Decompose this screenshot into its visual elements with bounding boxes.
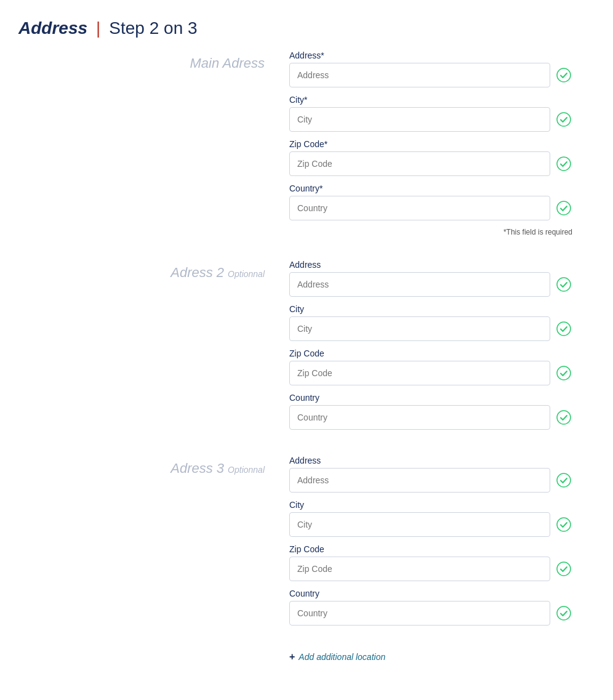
section-label-address3: Adress 3Optionnal	[18, 456, 289, 477]
field-row-address3-1	[289, 512, 572, 537]
field-label-address2-1: City	[289, 304, 572, 314]
field-label-main-1: City*	[289, 95, 572, 105]
input-main-0[interactable]	[289, 63, 550, 87]
input-address2-0[interactable]	[289, 272, 550, 297]
input-address2-3[interactable]	[289, 405, 550, 430]
field-label-main-0: Address*	[289, 50, 572, 60]
field-row-address3-3	[289, 601, 572, 626]
input-address3-2[interactable]	[289, 557, 550, 581]
valid-icon	[555, 364, 572, 382]
field-label-address2-3: Country	[289, 393, 572, 403]
svg-point-3	[557, 201, 571, 215]
input-address3-0[interactable]	[289, 468, 550, 493]
field-group-address3-1: City	[289, 500, 572, 537]
section-label-address2: Adress 2Optionnal	[18, 260, 289, 281]
add-additional-location-button[interactable]: + Add additional location	[289, 651, 595, 662]
main-address-label: Main Adress	[190, 55, 265, 71]
section-main: Main AdressAddress* City* Zip Code* Coun…	[18, 50, 595, 241]
field-group-main-2: Zip Code*	[289, 139, 572, 176]
optional-tag-address3: Optionnal	[228, 465, 265, 475]
svg-point-4	[557, 278, 571, 291]
field-row-main-2	[289, 151, 572, 176]
svg-point-11	[557, 606, 571, 620]
fields-block-address3: Address City Zip Code Country	[289, 456, 572, 633]
section-label-text-address2: Adress 2	[170, 265, 224, 280]
field-group-address2-3: Country	[289, 393, 572, 430]
input-address3-1[interactable]	[289, 512, 550, 537]
input-main-1[interactable]	[289, 107, 550, 132]
field-group-address2-2: Zip Code	[289, 348, 572, 385]
field-group-main-0: Address*	[289, 50, 572, 87]
field-group-address2-1: City	[289, 304, 572, 341]
valid-icon	[555, 409, 572, 426]
section-address3: Adress 3OptionnalAddress City Zip Code C…	[18, 456, 595, 633]
svg-point-7	[557, 411, 571, 424]
svg-point-1	[557, 113, 571, 126]
required-note: *This field is required	[289, 228, 572, 236]
valid-icon	[555, 111, 572, 128]
field-group-address2-0: Address	[289, 260, 572, 297]
header-address: Address	[18, 18, 87, 38]
svg-point-8	[557, 473, 571, 487]
field-label-main-2: Zip Code*	[289, 139, 572, 149]
form-container: Main AdressAddress* City* Zip Code* Coun…	[0, 50, 613, 662]
valid-icon	[555, 276, 572, 293]
field-group-address3-3: Country	[289, 589, 572, 626]
page-header: Address | Step 2 on 3	[0, 0, 613, 50]
valid-icon	[555, 560, 572, 577]
valid-icon	[555, 155, 572, 172]
field-label-address3-0: Address	[289, 456, 572, 465]
svg-point-9	[557, 518, 571, 531]
field-group-main-3: Country*	[289, 183, 572, 220]
section-label-main: Main Adress	[18, 50, 289, 71]
input-main-2[interactable]	[289, 151, 550, 176]
field-row-main-1	[289, 107, 572, 132]
valid-icon	[555, 605, 572, 622]
valid-icon	[555, 516, 572, 533]
field-label-address3-1: City	[289, 500, 572, 510]
field-row-main-3	[289, 196, 572, 220]
header-divider: |	[96, 18, 100, 38]
field-row-address2-2	[289, 361, 572, 385]
section-address2: Adress 2OptionnalAddress City Zip Code C…	[18, 260, 595, 437]
field-row-address2-3	[289, 405, 572, 430]
valid-icon	[555, 199, 572, 217]
field-group-address3-0: Address	[289, 456, 572, 493]
input-address3-3[interactable]	[289, 601, 550, 626]
field-row-address3-0	[289, 468, 572, 493]
field-row-address2-0	[289, 272, 572, 297]
add-location-label: Add additional location	[298, 652, 385, 662]
input-main-3[interactable]	[289, 196, 550, 220]
field-label-address2-0: Address	[289, 260, 572, 270]
fields-block-address2: Address City Zip Code Country	[289, 260, 572, 437]
svg-point-5	[557, 322, 571, 336]
section-label-text-address3: Adress 3	[170, 461, 224, 476]
input-address2-1[interactable]	[289, 316, 550, 341]
valid-icon	[555, 472, 572, 489]
field-group-address3-2: Zip Code	[289, 544, 572, 581]
field-label-address3-3: Country	[289, 589, 572, 598]
svg-point-2	[557, 157, 571, 171]
valid-icon	[555, 66, 572, 84]
svg-point-0	[557, 68, 571, 82]
field-label-main-3: Country*	[289, 183, 572, 193]
svg-point-6	[557, 366, 571, 380]
field-group-main-1: City*	[289, 95, 572, 132]
field-row-main-0	[289, 63, 572, 87]
field-row-address2-1	[289, 316, 572, 341]
header-step: Step 2 on 3	[109, 18, 197, 38]
valid-icon	[555, 320, 572, 337]
plus-icon: +	[289, 651, 295, 662]
input-address2-2[interactable]	[289, 361, 550, 385]
optional-tag-address2: Optionnal	[228, 269, 265, 279]
field-label-address2-2: Zip Code	[289, 348, 572, 358]
field-label-address3-2: Zip Code	[289, 544, 572, 554]
field-row-address3-2	[289, 557, 572, 581]
svg-point-10	[557, 562, 571, 576]
fields-block-main: Address* City* Zip Code* Country* *This …	[289, 50, 572, 241]
